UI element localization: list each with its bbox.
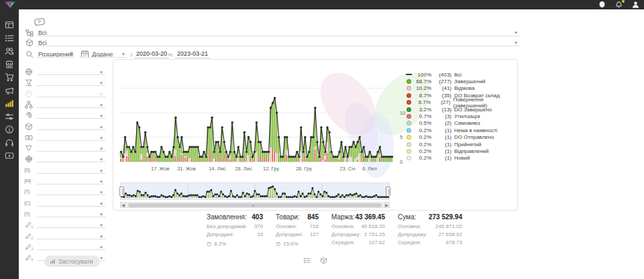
sidebar-item-marketing-icon[interactable] [5, 86, 14, 95]
sidebar-item-settings-icon[interactable] [5, 112, 14, 121]
hierarchy-icon [25, 101, 33, 109]
date-from-input[interactable]: 2020-03-20 [134, 50, 169, 58]
legend-label: Нема в наявності [454, 127, 498, 133]
date-to-label: по [168, 52, 173, 57]
chevron-down-icon: ▼ [99, 114, 103, 118]
pencil-3-icon: 3 [25, 243, 33, 251]
legend-count: (1) [434, 148, 451, 154]
sidebar-item-videos-icon[interactable] [5, 151, 14, 160]
search-icon[interactable] [25, 50, 34, 58]
chevron-down-icon: ▼ [99, 202, 103, 206]
filter-select-globe[interactable] [37, 67, 105, 75]
stat-subvalue: 127 [310, 231, 319, 239]
stat-subvalue: 40 618.20 [361, 223, 385, 231]
chat-icon[interactable] [598, 1, 606, 9]
svg-text:26. Гру: 26. Гру [296, 166, 312, 172]
svg-text:5: 5 [400, 134, 402, 140]
search-mode-select[interactable] [36, 50, 74, 58]
svg-text:4: 4 [31, 258, 33, 262]
filter-select-globe-grid[interactable] [37, 154, 105, 162]
legend-item[interactable]: 68.7%(277)Завершений [406, 78, 517, 85]
scrollbar-thumb[interactable]: ≡ [128, 203, 382, 207]
legend-item[interactable]: 0.2%(1)DO Отправлено [406, 134, 517, 141]
chevron-down-icon: ▼ [99, 125, 103, 129]
filter-select-pencil-2[interactable] [37, 231, 105, 239]
sidebar-item-cart-icon[interactable] [5, 72, 14, 82]
stat-subvalue: 33 [257, 231, 263, 239]
sidebar-item-support-icon[interactable] [5, 138, 14, 148]
filter-select-funnel-lines[interactable] [37, 78, 105, 86]
svg-text:6. Лют: 6. Лют [362, 166, 378, 172]
stat-subvalue: 2 751.25 [364, 231, 385, 239]
scrollbar-track[interactable]: ≡ [127, 202, 383, 208]
filter-select-fingerprint[interactable] [37, 111, 105, 119]
navigator-left-handle[interactable] [119, 186, 124, 197]
stat-subrow: Середня:678.73 [398, 239, 462, 247]
svg-text:31. Жов: 31. Жов [177, 166, 196, 172]
chevron-down-icon: ▼ [99, 158, 103, 162]
app-logo-icon[interactable] [3, 1, 17, 9]
legend-item[interactable]: 0.2%(1)Прийнятий [406, 141, 517, 148]
legend-item[interactable]: 0.2%(1)Відправлений [406, 148, 517, 154]
sidebar-item-dashboard-icon[interactable] [5, 20, 14, 30]
brace-c-icon: {C} [24, 200, 30, 206]
legend-item[interactable]: 6.7%(27)Повернення (завершений) [406, 99, 517, 106]
upsell-bag-icon [276, 241, 281, 247]
filter-select-package[interactable] [37, 122, 105, 130]
stat-subrow: Основна:245 871.02 [398, 223, 462, 231]
sidebar-item-clients-icon[interactable] [5, 46, 14, 56]
filter-select-brace-x[interactable] [37, 209, 105, 217]
legend-item[interactable]: 100%(403)Всі [406, 71, 517, 78]
legend-count: (1) [434, 127, 451, 133]
sidebar-item-info-icon[interactable] [5, 125, 14, 134]
scroll-left-arrow[interactable]: ◀ [120, 202, 126, 208]
stat-subrow: Основні:718 [276, 223, 319, 231]
chart-navigator[interactable] [120, 182, 390, 200]
chevron-down-icon: ▼ [99, 235, 103, 239]
legend-item[interactable]: 0.5%(2)Самовивіз [406, 120, 517, 127]
legend-item[interactable]: 0.2%(1)Новий [406, 155, 517, 162]
notifications-bell-icon[interactable] [614, 1, 623, 9]
category-tree-icon [25, 29, 34, 37]
stat-subvalue: 370 [254, 223, 263, 231]
category-filter-select[interactable] [36, 28, 520, 36]
legend-item[interactable]: 10.2%(41)Відмова [406, 85, 517, 92]
stat-subrow: Середня:107.62 [331, 239, 385, 247]
stat-sublabel: Допродажу: [331, 231, 361, 239]
apply-button[interactable]: Застосувати [44, 256, 100, 267]
filter-select-brace-s[interactable] [37, 166, 105, 174]
account-icon[interactable] [631, 1, 640, 9]
filter-select-triangle-funnel[interactable] [37, 144, 105, 152]
filter-select-brace-m[interactable] [37, 176, 105, 184]
legend-item[interactable]: 0.2%(1)Нема в наявності [406, 127, 517, 133]
funnel-lines-icon [25, 78, 33, 87]
filter-select-pencil-3[interactable] [37, 242, 105, 250]
banknote-icon [25, 133, 33, 142]
svg-text:28. Лис: 28. Лис [235, 166, 252, 172]
product-filter-select[interactable] [36, 38, 520, 46]
legend-line-marker [406, 74, 412, 75]
sidebar-item-shop-icon[interactable] [5, 60, 14, 69]
legend-dot-marker [406, 156, 412, 160]
filter-select-hierarchy[interactable] [37, 100, 105, 108]
filter-select-brace-t[interactable] [37, 187, 105, 195]
legend-count: (35) [434, 93, 451, 99]
package-icon [25, 123, 33, 131]
package-view-icon[interactable] [320, 257, 327, 264]
sidebar-item-analytics-icon[interactable] [5, 99, 14, 108]
apply-button-label: Застосувати [58, 258, 93, 265]
funnel-tag-icon[interactable]: Р [34, 17, 46, 26]
legend-item[interactable]: 0.7%(3)Утилізація [406, 113, 517, 119]
filter-select-banknote[interactable] [37, 133, 105, 141]
navigator-right-handle[interactable] [386, 186, 390, 197]
list-view-icon[interactable] [303, 257, 311, 264]
sidebar-item-orders-icon[interactable] [5, 34, 14, 43]
view-toggles [303, 257, 327, 264]
filter-select-brace-c[interactable] [37, 199, 105, 207]
filter-select-pencil-1[interactable] [37, 220, 105, 228]
scroll-right-arrow[interactable]: ▶ [384, 202, 390, 208]
date-field-select[interactable] [79, 50, 126, 58]
product-box-icon [25, 39, 34, 47]
date-to-input[interactable]: 2023-03-21 [175, 50, 210, 58]
chevron-down-icon: ▼ [99, 213, 103, 217]
